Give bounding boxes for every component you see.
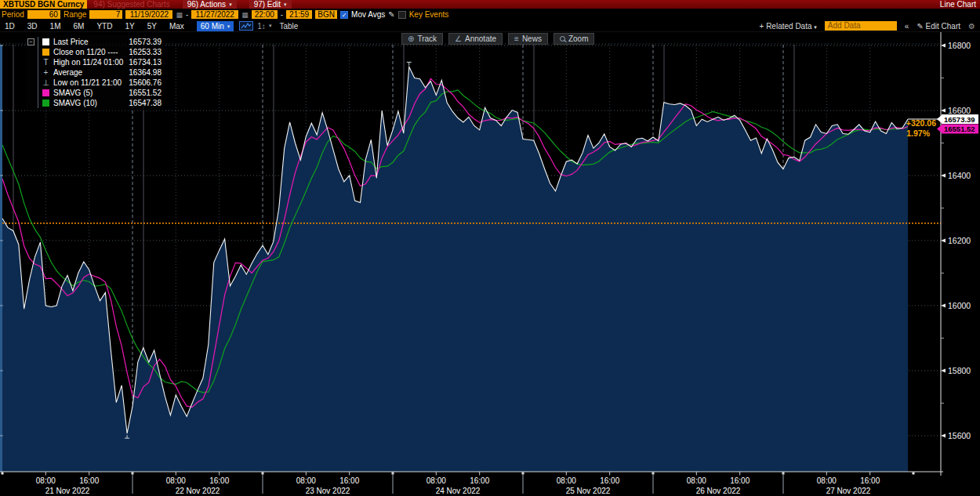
annotate-button[interactable]: ∠ Annotate bbox=[448, 33, 503, 45]
low-marker-icon: ⊥ bbox=[42, 79, 49, 86]
legend-item-last-price[interactable]: Last Price 16573.39 bbox=[42, 37, 162, 47]
key-events-checkbox[interactable] bbox=[398, 11, 406, 19]
range-label: Range bbox=[64, 10, 86, 19]
zoom-magnifier-icon bbox=[560, 36, 565, 42]
actions-menu[interactable]: 96) Actions ▾ bbox=[183, 0, 237, 9]
preset-6m[interactable]: 6M bbox=[74, 22, 85, 31]
edit-chart-label: Edit Chart bbox=[926, 22, 960, 31]
chart-toolbar: ⊕ Track ∠ Annotate ≡ News Zoom bbox=[401, 33, 594, 45]
related-data-menu[interactable]: + Related Data ▾ bbox=[760, 22, 817, 31]
table-button[interactable]: Table bbox=[279, 22, 298, 31]
mov-avgs-label: Mov Avgs bbox=[351, 10, 385, 19]
series-swatch-icon bbox=[42, 100, 49, 107]
svg-text:16800: 16800 bbox=[948, 41, 971, 50]
svg-text:16600: 16600 bbox=[948, 106, 971, 115]
calendar-icon[interactable]: ▦ bbox=[176, 11, 183, 19]
date-separator: - bbox=[186, 10, 188, 19]
gear-icon[interactable]: ⚙ bbox=[968, 22, 975, 31]
chevron-down-icon[interactable]: ▾ bbox=[269, 23, 272, 29]
legend-item-high[interactable]: T High on 11/24 01:00 16734.13 bbox=[42, 57, 162, 67]
legend-value: 16364.98 bbox=[129, 68, 162, 77]
svg-text:16:00: 16:00 bbox=[470, 476, 489, 485]
collapse-panel-button[interactable]: « bbox=[905, 22, 909, 31]
legend-label: Close on 11/20 ---- bbox=[53, 48, 118, 56]
legend-item-close[interactable]: Close on 11/20 ---- 16253.33 bbox=[42, 47, 162, 57]
svg-text:15800: 15800 bbox=[948, 366, 971, 375]
preset-1m[interactable]: 1M bbox=[50, 22, 61, 31]
legend-label: High on 11/24 01:00 bbox=[53, 58, 123, 67]
legend-label: Low on 11/21 21:00 bbox=[53, 78, 122, 87]
edit-mov-avgs-pencil-icon[interactable]: ✎ bbox=[388, 10, 394, 19]
svg-text:08:00: 08:00 bbox=[687, 476, 706, 485]
svg-text:21 Nov 2022: 21 Nov 2022 bbox=[45, 487, 90, 495]
title-bar: XBTUSD BGN Curncy 94) Suggested Charts 9… bbox=[0, 0, 980, 9]
mov-avgs-checkbox[interactable]: ✓ bbox=[340, 11, 348, 19]
news-lines-icon: ≡ bbox=[514, 34, 519, 43]
legend-value: 16734.13 bbox=[129, 58, 162, 67]
legend-item-smavg10[interactable]: SMAVG (10) 16547.38 bbox=[42, 98, 162, 108]
period-input[interactable]: 60 bbox=[27, 10, 60, 19]
track-button[interactable]: ⊕ Track bbox=[401, 33, 443, 45]
chart-type-label: Line Chart bbox=[940, 0, 980, 9]
high-marker-icon: T bbox=[42, 59, 49, 66]
time-from-input[interactable]: 22:00 bbox=[252, 10, 278, 19]
news-button[interactable]: ≡ News bbox=[508, 33, 548, 45]
line-chart-icon[interactable] bbox=[239, 21, 253, 31]
legend-value: 15606.76 bbox=[129, 78, 162, 87]
preset-ytd[interactable]: YTD bbox=[96, 22, 112, 31]
svg-text:16200: 16200 bbox=[948, 236, 971, 245]
svg-text:16551.52: 16551.52 bbox=[944, 125, 975, 133]
annotate-icon: ∠ bbox=[455, 34, 462, 43]
series-swatch-icon bbox=[42, 38, 49, 45]
legend-item-smavg5[interactable]: SMAVG (5) 16551.52 bbox=[42, 88, 162, 98]
preset-3d[interactable]: 3D bbox=[27, 22, 38, 31]
time-to-input[interactable]: 21:59 bbox=[286, 10, 312, 19]
add-data-input[interactable]: Add Data bbox=[825, 21, 897, 31]
track-label: Track bbox=[417, 34, 437, 43]
svg-text:16400: 16400 bbox=[948, 171, 971, 180]
news-label: News bbox=[522, 34, 542, 43]
chevron-down-icon: ▾ bbox=[229, 0, 232, 9]
svg-text:16573.39: 16573.39 bbox=[944, 115, 975, 124]
zoom-label: Zoom bbox=[568, 34, 589, 43]
svg-text:22 Nov 2022: 22 Nov 2022 bbox=[176, 487, 220, 495]
bloomberg-chart-window: XBTUSD BGN Curncy 94) Suggested Charts 9… bbox=[0, 0, 980, 496]
legend-item-low[interactable]: ⊥ Low on 11/21 21:00 15606.76 bbox=[42, 78, 162, 88]
legend-collapse-toggle[interactable]: − bbox=[27, 38, 34, 45]
date-from-input[interactable]: 11/19/2022 bbox=[125, 10, 172, 19]
zoom-button[interactable]: Zoom bbox=[554, 33, 595, 45]
svg-text:26 Nov 2022: 26 Nov 2022 bbox=[696, 487, 741, 495]
svg-text:27 Nov 2022: 27 Nov 2022 bbox=[826, 487, 871, 495]
key-events-label: Key Events bbox=[409, 10, 449, 19]
suggested-charts-menu[interactable]: 94) Suggested Charts bbox=[93, 0, 169, 9]
preset-max[interactable]: Max bbox=[169, 22, 184, 31]
preset-5y[interactable]: 5Y bbox=[147, 22, 157, 31]
price-source-input[interactable]: BGN bbox=[315, 10, 337, 19]
legend-value: 16551.52 bbox=[129, 89, 162, 97]
settings-bar: Period 60 Range 7 11/19/2022 ▦ - 11/27/2… bbox=[0, 9, 980, 20]
preset-1y[interactable]: 1Y bbox=[125, 22, 134, 31]
edit-chart-button[interactable]: ✎ Edit Chart bbox=[916, 22, 960, 31]
svg-text:24 Nov 2022: 24 Nov 2022 bbox=[436, 487, 481, 495]
time-separator: - bbox=[281, 10, 283, 19]
preset-1d[interactable]: 1D bbox=[5, 22, 15, 31]
svg-text:08:00: 08:00 bbox=[166, 476, 186, 485]
interval-dropdown[interactable]: 60 Min ▾ bbox=[197, 21, 234, 31]
range-input[interactable]: 7 bbox=[89, 10, 122, 19]
svg-text:08:00: 08:00 bbox=[557, 476, 576, 485]
chevron-down-icon: ▾ bbox=[284, 0, 287, 9]
svg-text:16:00: 16:00 bbox=[600, 476, 619, 485]
legend-label: Last Price bbox=[53, 38, 88, 46]
svg-text:23 Nov 2022: 23 Nov 2022 bbox=[306, 487, 350, 495]
legend-label: SMAVG (10) bbox=[53, 99, 97, 107]
svg-text:16000: 16000 bbox=[948, 301, 971, 310]
calendar-icon[interactable]: ▦ bbox=[241, 11, 249, 19]
legend-item-average[interactable]: + Average 16364.98 bbox=[42, 67, 162, 78]
date-to-input[interactable]: 11/27/2022 bbox=[191, 10, 238, 19]
related-data-label: + Related Data bbox=[760, 22, 812, 31]
edit-menu[interactable]: 97) Edit ▾ bbox=[249, 0, 292, 9]
security-ticker[interactable]: XBTUSD BGN Curncy bbox=[0, 0, 87, 9]
svg-text:08:00: 08:00 bbox=[296, 476, 316, 485]
bar-style-icon[interactable]: 1↕ bbox=[257, 22, 266, 31]
annotate-label: Annotate bbox=[465, 34, 496, 43]
